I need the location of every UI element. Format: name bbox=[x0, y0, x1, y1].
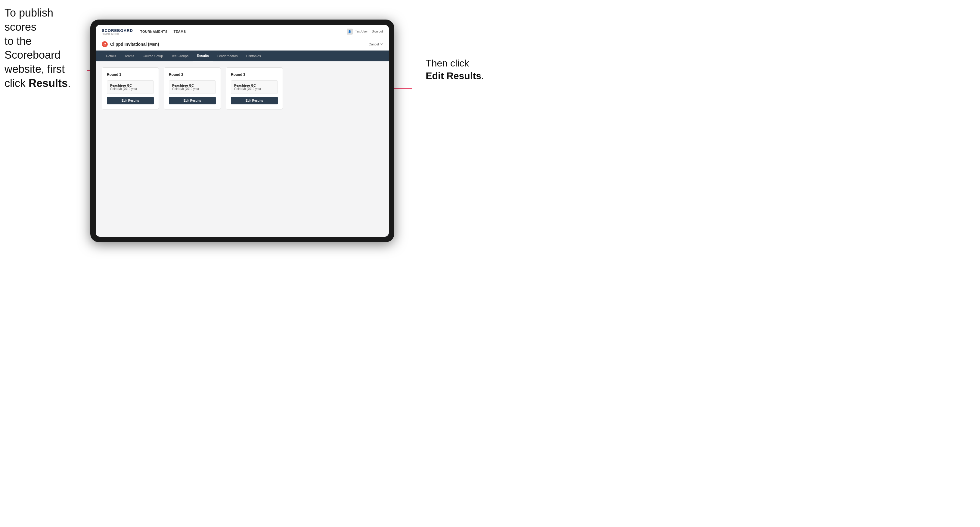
round-2-course-name: Peachtree GC bbox=[172, 84, 213, 87]
instruction-right: Then click Edit Results. bbox=[426, 57, 484, 82]
top-nav: SCOREBOARD Powered by clippd TOURNAMENTS… bbox=[96, 25, 389, 38]
c-logo: C bbox=[102, 41, 108, 47]
instruction-line1: To publish scores bbox=[5, 6, 53, 33]
round-3-title: Round 3 bbox=[231, 73, 278, 77]
instruction-line3: website, first bbox=[5, 63, 65, 75]
nav-user: 👤 Test User | Sign out bbox=[347, 29, 383, 35]
tab-teams[interactable]: Teams bbox=[120, 51, 138, 61]
round-2-edit-results-button[interactable]: Edit Results bbox=[169, 97, 216, 105]
round-1-course-name: Peachtree GC bbox=[110, 84, 151, 87]
instruction-edit-results-bold: Edit Results bbox=[426, 70, 481, 81]
tab-leaderboards[interactable]: Leaderboards bbox=[213, 51, 242, 61]
round-2-course-detail: Gold (M) (7010 yds) bbox=[172, 87, 213, 90]
instruction-then-click: Then click bbox=[426, 58, 469, 68]
instruction-right-post: . bbox=[481, 70, 484, 81]
tablet-screen: SCOREBOARD Powered by clippd TOURNAMENTS… bbox=[96, 25, 389, 237]
instruction-line4-post: . bbox=[68, 77, 71, 89]
tournament-title-row: C Clippd Invitational (Men) bbox=[102, 41, 159, 47]
round-2-card: Round 2 Peachtree GC Gold (M) (7010 yds)… bbox=[164, 67, 221, 110]
user-name: Test User | bbox=[355, 30, 370, 33]
round-1-edit-results-button[interactable]: Edit Results bbox=[107, 97, 154, 105]
nav-tournaments[interactable]: TOURNAMENTS bbox=[140, 29, 168, 34]
rounds-grid: Round 1 Peachtree GC Gold (M) (7010 yds)… bbox=[102, 67, 383, 110]
cancel-label: Cancel bbox=[369, 43, 379, 46]
round-1-title: Round 1 bbox=[107, 73, 154, 77]
round-1-course-detail: Gold (M) (7010 yds) bbox=[110, 87, 151, 90]
tab-printables[interactable]: Printables bbox=[242, 51, 265, 61]
tournament-name: Clippd Invitational (Men) bbox=[110, 42, 159, 47]
cancel-button[interactable]: Cancel ✕ bbox=[369, 43, 383, 46]
main-content: Round 1 Peachtree GC Gold (M) (7010 yds)… bbox=[96, 61, 389, 237]
instruction-line2: to the Scoreboard bbox=[5, 35, 60, 61]
tab-tee-groups[interactable]: Tee Groups bbox=[167, 51, 192, 61]
round-3-course-name: Peachtree GC bbox=[234, 84, 275, 87]
user-icon: 👤 bbox=[347, 29, 353, 35]
tab-bar: Details Teams Course Setup Tee Groups Re… bbox=[96, 51, 389, 61]
round-1-course-card: Peachtree GC Gold (M) (7010 yds) bbox=[107, 80, 154, 94]
nav-links: TOURNAMENTS TEAMS bbox=[140, 29, 347, 34]
tab-details[interactable]: Details bbox=[102, 51, 120, 61]
round-3-edit-results-button[interactable]: Edit Results bbox=[231, 97, 278, 105]
cancel-x-icon: ✕ bbox=[380, 43, 383, 46]
instruction-line4-pre: click bbox=[5, 77, 29, 89]
logo-sub: Powered by clippd bbox=[102, 33, 133, 35]
logo-area: SCOREBOARD Powered by clippd bbox=[102, 28, 133, 35]
round-2-course-card: Peachtree GC Gold (M) (7010 yds) bbox=[169, 80, 216, 94]
round-1-card: Round 1 Peachtree GC Gold (M) (7010 yds)… bbox=[102, 67, 159, 110]
instruction-results-bold: Results bbox=[29, 77, 68, 89]
logo-scoreboard: SCOREBOARD bbox=[102, 28, 133, 33]
tab-course-setup[interactable]: Course Setup bbox=[138, 51, 167, 61]
instruction-left: To publish scores to the Scoreboard webs… bbox=[5, 6, 86, 90]
sign-out-link[interactable]: Sign out bbox=[372, 30, 383, 33]
tournament-header: C Clippd Invitational (Men) Cancel ✕ bbox=[96, 38, 389, 51]
round-3-course-detail: Gold (M) (7010 yds) bbox=[234, 87, 275, 90]
tab-results[interactable]: Results bbox=[192, 51, 213, 61]
round-3-card: Round 3 Peachtree GC Gold (M) (7010 yds)… bbox=[226, 67, 283, 110]
round-2-title: Round 2 bbox=[169, 73, 216, 77]
round-3-course-card: Peachtree GC Gold (M) (7010 yds) bbox=[231, 80, 278, 94]
tablet-frame: SCOREBOARD Powered by clippd TOURNAMENTS… bbox=[90, 19, 394, 242]
nav-teams[interactable]: TEAMS bbox=[173, 29, 186, 34]
